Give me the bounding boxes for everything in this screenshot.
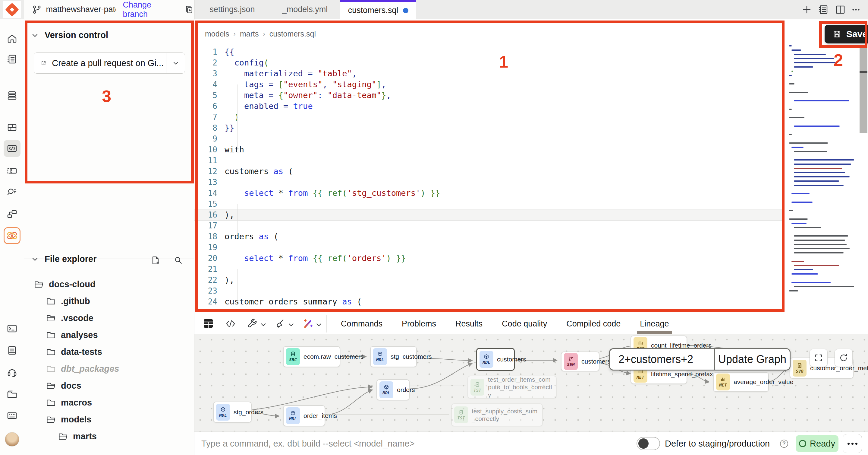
top-more-icon[interactable] (850, 4, 862, 16)
editor-scrollbar[interactable] (860, 45, 867, 133)
minimap[interactable] (789, 45, 855, 311)
change-branch-link[interactable]: Change branch (123, 0, 176, 19)
chevron-down-icon[interactable] (259, 321, 267, 329)
help-icon[interactable]: ? (780, 439, 788, 448)
flow-icon[interactable] (4, 205, 21, 222)
refresh-graph-button[interactable] (835, 349, 852, 367)
tab-code-quality[interactable]: Code quality (502, 314, 547, 334)
search-icon[interactable] (173, 255, 184, 265)
layers-icon[interactable] (4, 87, 21, 104)
code-line[interactable]: 11 (194, 155, 868, 166)
tab-commands[interactable]: Commands (341, 314, 382, 334)
fullscreen-button[interactable] (809, 349, 828, 367)
create-pr-button[interactable]: Create a pull request on Gi... (34, 53, 166, 73)
lineage-node[interactable]: MET average_order_value (713, 372, 769, 392)
headset-icon[interactable] (4, 364, 21, 381)
code-line[interactable]: 2 config( (194, 57, 868, 68)
status-badge[interactable]: Ready (796, 435, 838, 452)
tree-item-.vscode[interactable]: .vscode (24, 310, 194, 326)
save-button[interactable]: Save (825, 25, 868, 44)
user-avatar[interactable] (5, 432, 19, 447)
code-line[interactable]: 6 enabled = true (194, 101, 868, 112)
tab-lineage[interactable]: Lineage (640, 314, 669, 334)
lineage-node[interactable]: MDL stg_orders (213, 402, 252, 423)
tree-item-docs-cloud[interactable]: docs-cloud (24, 276, 194, 293)
notebook-panel-icon[interactable] (817, 4, 830, 16)
code-line[interactable]: 19 (194, 242, 868, 253)
tree-item-marts[interactable]: marts (24, 428, 194, 445)
app-logo[interactable] (3, 1, 21, 18)
format-broom-icon[interactable] (274, 318, 286, 330)
code-line[interactable]: 24customer_orders_summary as ( (194, 296, 868, 307)
notebook-icon[interactable] (4, 51, 21, 67)
code-line[interactable]: 5 meta = {"owner": "data-team"}, (194, 90, 868, 101)
defer-toggle[interactable] (637, 437, 660, 450)
lineage-node[interactable]: SRC ecom.raw_customers (283, 346, 340, 367)
code-line[interactable]: 18orders as ( (194, 231, 868, 242)
tree-item-data-tests[interactable]: data-tests (24, 343, 194, 360)
code-line[interactable]: 10with (194, 144, 868, 155)
tab-settings-json[interactable]: settings.json (194, 0, 270, 19)
grid-icon[interactable] (4, 119, 21, 136)
lineage-node-selected[interactable]: MDL customers (476, 348, 515, 371)
tree-item-docs[interactable]: docs (24, 377, 194, 394)
tab-customers-sql[interactable]: customers.sql (340, 0, 416, 19)
chevron-down-icon[interactable] (315, 321, 323, 329)
command-more-button[interactable] (843, 434, 862, 453)
code-line[interactable]: 23 (194, 285, 868, 296)
tree-item-.github[interactable]: .github (24, 293, 194, 310)
code-line[interactable]: 17 (194, 220, 868, 231)
code-line[interactable]: 12customers as ( (194, 166, 868, 177)
folder-icon[interactable] (4, 386, 21, 402)
lineage-node-test[interactable]: TST test_supply_costs_sum_correctly (451, 403, 543, 426)
code-line[interactable]: 8}} (194, 122, 868, 133)
code-line[interactable]: 4 tags = ["events", "staging"], (194, 79, 868, 90)
ai-magic-pen-icon[interactable] (302, 318, 314, 330)
keypad-icon[interactable] (4, 407, 21, 424)
code-line[interactable]: 9 (194, 133, 868, 144)
new-file-icon[interactable] (150, 255, 161, 265)
tree-item-analyses[interactable]: analyses (24, 326, 194, 343)
frame-select-icon[interactable] (4, 162, 21, 179)
copy-icon[interactable] (184, 4, 194, 16)
tree-item-dbt_packages[interactable]: dbt_packages (24, 360, 194, 377)
compiled-code-icon[interactable] (224, 318, 237, 330)
chevron-down-icon[interactable] (287, 321, 295, 329)
code-line[interactable]: 14 select * from {{ ref('stg_customers')… (194, 188, 868, 199)
home-icon[interactable] (4, 30, 21, 47)
code-line[interactable]: 16), (194, 209, 782, 220)
code-line[interactable]: 21 (194, 264, 868, 275)
code-line[interactable]: 20 select * from {{ ref('orders') }} (194, 253, 868, 264)
lineage-node[interactable]: SEM customers (561, 351, 599, 371)
code-line[interactable]: 13 (194, 177, 868, 188)
lineage-node[interactable]: MDL stg_customers (370, 346, 417, 367)
code-line[interactable]: 1{{ (194, 47, 868, 57)
dbt-insights-icon[interactable] (4, 227, 21, 244)
code-editor-icon[interactable] (4, 140, 21, 157)
lineage-node[interactable]: MDL orders (376, 379, 410, 400)
command-input[interactable]: Type a command, ex. dbt build --select <… (201, 432, 415, 455)
build-wrench-icon[interactable] (246, 318, 258, 330)
version-control-header[interactable]: Version control (31, 30, 108, 40)
code-line[interactable]: 22), (194, 275, 868, 285)
new-tab-icon[interactable] (801, 4, 813, 16)
tab-models-yml[interactable]: _models.yml (270, 0, 340, 19)
terminal-icon[interactable] (4, 320, 21, 337)
update-graph-button[interactable]: Update Graph (714, 349, 789, 370)
clipboard-icon[interactable] (4, 342, 21, 359)
lineage-graph[interactable]: SRC ecom.raw_customers MDL stg_customers… (194, 334, 868, 431)
tab-results[interactable]: Results (456, 314, 483, 334)
code-editor[interactable]: models › marts › customers.sql 1{{2 conf… (194, 19, 868, 314)
lineage-node-test[interactable]: TST test_order_items_compute_to_bools_co… (467, 376, 557, 399)
code-line[interactable]: 3 materialized = "table", (194, 68, 868, 79)
create-pr-dropdown[interactable] (166, 53, 185, 73)
file-explorer-header[interactable]: File explorer (31, 254, 96, 264)
tree-item-macros[interactable]: macros (24, 394, 194, 411)
split-view-icon[interactable] (834, 4, 846, 16)
lineage-selector-input[interactable]: 2+customers+2 (610, 349, 714, 370)
tab-compiled-code[interactable]: Compiled code (566, 314, 621, 334)
lineage-node[interactable]: MDL order_items (283, 405, 325, 426)
code-line[interactable]: 7 ) (194, 112, 868, 122)
results-table-icon[interactable] (203, 318, 214, 329)
tree-item-models[interactable]: models (24, 411, 194, 428)
